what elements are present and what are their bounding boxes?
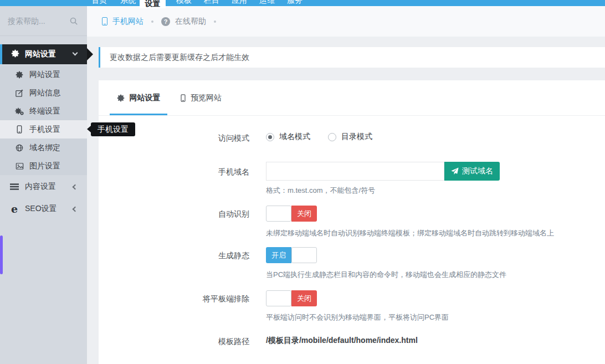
exclude-tablet-label: 将平板端排除 xyxy=(161,294,249,304)
sidebar-submenu: 网站设置 网站信息 终端设置 手机设置 域名绑定 xyxy=(0,65,87,175)
nav-item-apps[interactable]: 应用 xyxy=(232,0,248,6)
template-path-label: 模板路径 xyxy=(161,337,249,347)
toggle-knob xyxy=(266,206,291,222)
radio-label[interactable]: 域名模式 xyxy=(279,132,310,142)
sidebar-item-website-info[interactable]: 网站信息 xyxy=(0,84,87,102)
image-icon xyxy=(15,162,24,170)
button-label: 测试域名 xyxy=(462,166,493,176)
sidebar-item-label: SEO设置 xyxy=(25,204,57,214)
tab-website-settings[interactable]: 网站设置 xyxy=(110,80,167,115)
tab-label: 在线帮助 xyxy=(175,17,206,27)
radio-domain-mode[interactable] xyxy=(266,133,274,141)
sidebar-item-content-settings[interactable]: 内容设置 xyxy=(0,176,87,197)
sidebar-item-label: 手机设置 xyxy=(29,125,60,135)
search-icon[interactable] xyxy=(69,17,78,27)
globe-icon xyxy=(15,144,24,152)
mobile-icon xyxy=(15,125,24,134)
exclude-tablet-toggle[interactable]: 关闭 xyxy=(266,290,317,306)
sidebar-scroll-indicator[interactable] xyxy=(0,235,3,274)
toggle-state-label: 关闭 xyxy=(291,290,317,306)
auto-detect-help: 未绑定移动端域名时自动识别移动端终端模板；绑定移动端域名时自动跳转到移动端域名上 xyxy=(266,228,554,238)
tab-label: 网站设置 xyxy=(130,93,161,103)
template-path-value: /模板目录/mobile/default/home/index.html xyxy=(266,336,418,346)
paper-plane-icon xyxy=(451,167,459,175)
tab-label: 预览网站 xyxy=(191,93,222,103)
nav-item-settings-active[interactable]: 设置 xyxy=(140,0,166,8)
nav-item-system[interactable]: 系统 xyxy=(120,0,137,6)
chevron-left-icon xyxy=(73,206,78,212)
chevron-left-icon xyxy=(73,184,78,189)
mobile-domain-help: 格式：m.test.com，不能包含/符号 xyxy=(266,186,375,196)
question-circle-icon: ? xyxy=(161,17,170,26)
sidebar-item-site-settings-parent[interactable]: 网站设置 xyxy=(0,44,87,64)
toggle-state-label: 开启 xyxy=(266,247,291,263)
page-tab-bar: 手机网站 ? 在线帮助 xyxy=(87,6,605,37)
test-domain-button[interactable]: 测试域名 xyxy=(444,162,500,181)
nav-item-home[interactable]: 首页 xyxy=(91,0,108,6)
tab-preview-website[interactable]: 预览网站 xyxy=(177,80,225,115)
gear-icon xyxy=(15,71,24,79)
sidebar-search-row xyxy=(0,6,87,36)
tab-close-dot[interactable] xyxy=(214,20,216,23)
gen-static-toggle[interactable]: 开启 xyxy=(266,247,317,263)
access-mode-label: 访问模式 xyxy=(161,134,249,143)
sidebar-item-image-settings[interactable]: 图片设置 xyxy=(0,157,87,175)
mobile-domain-label: 手机域名 xyxy=(161,167,249,177)
sidebar-item-label: 网站设置 xyxy=(29,70,60,80)
auto-detect-toggle[interactable]: 关闭 xyxy=(266,206,317,222)
toggle-knob xyxy=(291,247,317,263)
sidebar-item-label: 域名绑定 xyxy=(29,143,60,153)
top-navbar: 首页 系统 模板 栏目 应用 运维 服务 xyxy=(0,0,605,6)
list-icon xyxy=(9,183,19,190)
chevron-down-icon xyxy=(73,50,78,56)
gen-static-help: 当PC端执行生成静态栏目和内容的命令时，移动端也会生成相应的静态文件 xyxy=(266,270,506,280)
radio-directory-mode[interactable] xyxy=(328,133,336,141)
gear-icon xyxy=(11,49,19,59)
settings-card: 网站设置 预览网站 访问模式 域名模式 目录模式 手机域名 测试域名 格式：m.… xyxy=(99,80,605,364)
nav-item-category[interactable]: 栏目 xyxy=(204,0,221,6)
sidebar-parent-label: 网站设置 xyxy=(25,49,56,59)
gen-static-label: 生成静态 xyxy=(161,251,249,261)
sidebar-item-mobile-settings[interactable]: 手机设置 xyxy=(0,120,87,139)
internet-explorer-icon: e xyxy=(9,205,19,213)
nav-item-service[interactable]: 服务 xyxy=(287,0,304,6)
tab-close-dot[interactable] xyxy=(151,20,153,23)
active-tab-underline xyxy=(110,114,167,115)
tabs-divider xyxy=(99,115,605,116)
edit-icon xyxy=(15,89,24,97)
sidebar: 网站设置 网站设置 网站信息 终端设置 手机设置 xyxy=(0,6,87,364)
mobile-icon xyxy=(102,17,107,25)
tooltip-mobile-settings: 手机设置 xyxy=(91,122,135,136)
sidebar-item-label: 图片设置 xyxy=(29,161,60,171)
exclude-tablet-help: 平板端访问时不会识别为移动端界面，平板将访问PC界面 xyxy=(266,312,449,322)
toggle-knob xyxy=(266,290,291,306)
tooltip-text: 手机设置 xyxy=(98,125,129,134)
gear-icon xyxy=(117,94,125,102)
sidebar-item-label: 终端设置 xyxy=(29,106,60,116)
auto-detect-label: 自动识别 xyxy=(161,209,249,219)
toggle-state-label: 关闭 xyxy=(291,206,317,222)
alert-text: 更改数据之后需要更新缓存之后才能生效 xyxy=(110,53,249,61)
sidebar-item-terminal-settings[interactable]: 终端设置 xyxy=(0,102,87,120)
nav-item-ops[interactable]: 运维 xyxy=(259,0,276,6)
sidebar-item-label: 网站信息 xyxy=(29,88,60,98)
mobile-icon xyxy=(181,94,186,102)
sidebar-item-label: 内容设置 xyxy=(25,182,56,192)
cache-notice-alert: 更改数据之后需要更新缓存之后才能生效 xyxy=(99,47,605,68)
cogs-icon xyxy=(15,107,24,115)
nav-item-template[interactable]: 模板 xyxy=(176,0,193,6)
tab-label: 手机网站 xyxy=(112,17,143,27)
sidebar-item-website-settings[interactable]: 网站设置 xyxy=(0,65,87,84)
search-input[interactable] xyxy=(8,14,64,28)
tab-online-help[interactable]: ? 在线帮助 xyxy=(161,17,206,27)
radio-label[interactable]: 目录模式 xyxy=(341,132,372,142)
tab-mobile-website[interactable]: 手机网站 xyxy=(102,17,143,27)
sidebar-item-seo-settings[interactable]: e SEO设置 xyxy=(0,198,87,219)
mobile-domain-input[interactable] xyxy=(266,162,444,181)
sidebar-item-domain-binding[interactable]: 域名绑定 xyxy=(0,139,87,157)
access-mode-options: 域名模式 目录模式 xyxy=(266,132,372,142)
active-menu-arrow xyxy=(87,48,93,60)
